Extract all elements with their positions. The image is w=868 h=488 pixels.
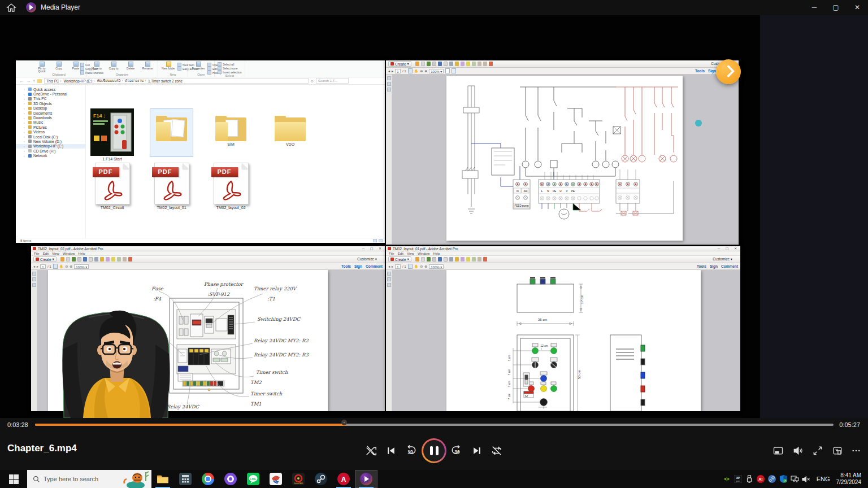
next-button[interactable] bbox=[467, 438, 487, 463]
video-display-area[interactable]: Pin to Quick accessCopyPaste Clipboard C… bbox=[0, 15, 868, 418]
sidebar-item[interactable]: › Quick access bbox=[16, 87, 85, 91]
breadcrumb[interactable]: This PCWorkshop-HP (E:)หัดเขียนแบบ45ตัวอ… bbox=[44, 78, 309, 84]
sidebar-item[interactable]: › OneDrive - Personal bbox=[16, 91, 85, 96]
menu-item[interactable]: File bbox=[34, 252, 40, 255]
sidebar-item[interactable]: › Pictures bbox=[16, 125, 85, 129]
expand-arrow-icon[interactable]: › bbox=[24, 154, 27, 158]
ribbon-small-button[interactable]: Select none bbox=[218, 66, 242, 70]
select-tool-icon[interactable] bbox=[408, 68, 413, 73]
tools-button[interactable]: Tools bbox=[695, 69, 705, 73]
volume-muted-icon[interactable] bbox=[802, 475, 810, 483]
menu-item[interactable]: Edit bbox=[43, 252, 49, 255]
network-icon[interactable] bbox=[791, 475, 799, 483]
file-pdf[interactable]: PDF TM02_Circuit bbox=[90, 163, 134, 210]
ribbon-button[interactable]: Properties bbox=[191, 61, 206, 70]
view-large-icons-icon[interactable] bbox=[379, 239, 383, 242]
sidebar-item[interactable]: › CD Drive (H:) bbox=[16, 149, 85, 153]
explorer-search-input[interactable]: Search 1.T... bbox=[316, 78, 349, 84]
ribbon-small-button[interactable]: Select all bbox=[218, 62, 242, 66]
more-options-button[interactable] bbox=[848, 444, 865, 457]
breadcrumb-segment[interactable]: หัดเขียนแบบ45 bbox=[97, 78, 124, 84]
zoom-level-select[interactable]: 100% ▾ bbox=[74, 264, 89, 269]
sign-button[interactable]: Sign bbox=[710, 264, 718, 268]
hand-tool-icon[interactable]: ✋ bbox=[414, 264, 419, 268]
repeat-off-button[interactable] bbox=[487, 438, 507, 463]
menu-item[interactable]: Window bbox=[63, 252, 75, 255]
expand-arrow-icon[interactable]: › bbox=[24, 88, 27, 91]
menu-item[interactable]: Help bbox=[78, 252, 85, 255]
expand-arrow-icon[interactable]: › bbox=[24, 135, 27, 138]
steam-tray-icon[interactable] bbox=[768, 475, 776, 483]
shuffle-button[interactable] bbox=[361, 438, 381, 463]
mini-player-button[interactable] bbox=[770, 444, 787, 457]
create-button[interactable]: Create ▾ bbox=[33, 256, 57, 262]
ribbon-button[interactable]: Copy bbox=[51, 61, 66, 73]
acrobat-toolbar-icons[interactable] bbox=[415, 257, 487, 262]
ribbon-button[interactable]: New folder bbox=[161, 61, 176, 70]
menu-item[interactable]: View bbox=[407, 252, 414, 255]
ribbon-button[interactable]: Copy to bbox=[106, 61, 121, 70]
usb-device-icon[interactable] bbox=[745, 475, 754, 483]
prev-page-icon[interactable]: ◂ bbox=[388, 264, 390, 268]
ribbon-button[interactable]: Move to bbox=[89, 61, 104, 70]
taskbar-search[interactable]: Type here to search bbox=[27, 470, 151, 488]
refresh-icon[interactable]: ⟳ bbox=[311, 79, 314, 83]
expand-arrow-icon[interactable]: › bbox=[24, 149, 27, 152]
acrobat-side-rail[interactable] bbox=[386, 75, 392, 244]
sidebar-item[interactable]: › New Volume (D:) bbox=[16, 139, 85, 143]
language-indicator[interactable]: ENG bbox=[813, 476, 834, 482]
expand-arrow-icon[interactable]: › bbox=[24, 145, 27, 148]
zoom-in-icon[interactable]: ⊕ bbox=[424, 69, 427, 73]
zoom-out-icon[interactable]: ⊖ bbox=[420, 69, 423, 73]
sign-button[interactable]: Sign bbox=[354, 264, 362, 268]
view-details-icon[interactable] bbox=[373, 239, 377, 242]
cast-button[interactable] bbox=[829, 444, 846, 457]
acrobat-side-rail[interactable] bbox=[31, 270, 37, 411]
select-tool-icon[interactable] bbox=[408, 264, 413, 269]
sidebar-item[interactable]: › Desktop bbox=[16, 106, 85, 111]
comment-button[interactable]: Comment bbox=[721, 264, 738, 268]
sidebar-item[interactable]: › Downloads bbox=[16, 115, 85, 120]
taskbar-loop-app[interactable] bbox=[219, 470, 242, 488]
prev-page-icon[interactable]: ◂ bbox=[33, 264, 35, 268]
taskbar-line[interactable]: LINE bbox=[242, 470, 264, 488]
file-folder-3d[interactable]: 3D bbox=[150, 108, 193, 146]
menu-item[interactable]: Edit bbox=[398, 252, 403, 255]
taskbar-file-explorer[interactable] bbox=[151, 470, 174, 488]
comment-button[interactable]: Comment bbox=[366, 264, 383, 268]
expand-arrow-icon[interactable]: › bbox=[24, 111, 27, 115]
skip-back-button[interactable]: 10 bbox=[401, 438, 421, 463]
expand-arrow-icon[interactable]: › bbox=[24, 102, 27, 105]
page-number-input[interactable]: 1 bbox=[40, 264, 46, 269]
expand-arrow-icon[interactable]: › bbox=[24, 116, 27, 120]
expand-arrow-icon[interactable]: › bbox=[24, 93, 27, 96]
sidebar-item[interactable]: › Local Disk (C:) bbox=[16, 134, 85, 139]
previous-button[interactable] bbox=[381, 438, 401, 463]
up-icon[interactable]: ↑ bbox=[33, 79, 35, 84]
file-folder-vdo[interactable]: VDO bbox=[268, 108, 312, 146]
sign-button[interactable]: Sign bbox=[708, 69, 716, 73]
window-controls[interactable]: ─ ▢ ✕ bbox=[718, 246, 739, 250]
zoom-level-select[interactable]: 100% ▾ bbox=[429, 264, 444, 269]
taskbar-clock[interactable]: 8:41 AM 7/29/2024 bbox=[836, 472, 866, 486]
nvidia-icon[interactable] bbox=[723, 475, 731, 483]
page-number-input[interactable]: 1 bbox=[395, 69, 401, 73]
acrobat-side-rail[interactable] bbox=[386, 270, 392, 411]
prev-page-icon[interactable]: ◂ bbox=[388, 69, 390, 73]
zoom-out-icon[interactable]: ⊖ bbox=[65, 264, 68, 268]
breadcrumb-segment[interactable]: This PC bbox=[46, 79, 63, 83]
forward-icon[interactable]: → bbox=[26, 79, 31, 84]
back-icon[interactable]: ← bbox=[19, 79, 24, 84]
sidebar-item[interactable]: › Music bbox=[16, 120, 85, 125]
taskbar-gstarcad[interactable]: GstarCAD bbox=[287, 470, 310, 488]
acrobat-toolbar-icons[interactable] bbox=[60, 257, 132, 262]
taskbar-drawing-app[interactable] bbox=[264, 470, 287, 488]
maximize-button[interactable]: ▢ bbox=[825, 0, 847, 15]
customize-button[interactable]: Customize ▾ bbox=[357, 257, 377, 261]
file-video-thumbnail[interactable]: F14 : bbox=[90, 108, 134, 161]
page-number-input[interactable]: 1 bbox=[395, 264, 401, 269]
pause-button[interactable] bbox=[422, 438, 446, 463]
file-pdf[interactable]: PDF TM02_layout_02 bbox=[209, 163, 253, 210]
taskbar-autocad[interactable]: A bbox=[332, 470, 355, 488]
volume-button[interactable] bbox=[789, 444, 806, 457]
